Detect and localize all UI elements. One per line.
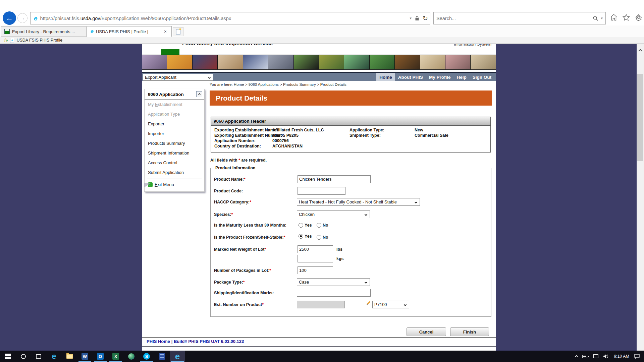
haccp-category-label: HACCP Category:* <box>214 200 251 204</box>
start-button[interactable] <box>0 351 15 362</box>
taskbar-file-explorer[interactable] <box>62 351 77 362</box>
vertical-scrollbar[interactable] <box>637 44 644 351</box>
exporting-establishment-name-row: Exporting Establishment Name: <box>214 128 278 132</box>
sidebar-item-importer[interactable]: Importer <box>145 129 204 138</box>
menu-item-sign-out[interactable]: Sign Out <box>470 73 494 82</box>
taskbar-globe-app[interactable] <box>123 351 139 362</box>
sidebar-item-products-summary[interactable]: Products Summary <box>145 138 204 148</box>
breadcrumb-home[interactable]: Home <box>234 82 244 86</box>
chevron-down-icon <box>415 200 417 203</box>
speaker-icon[interactable] <box>603 354 609 359</box>
taskbar-excel[interactable]: X <box>108 351 123 362</box>
application-type-row: Application Type: <box>350 128 384 132</box>
photo-baby-chicks <box>167 55 192 69</box>
forward-button[interactable]: → <box>17 13 28 23</box>
net-weight-lbs-input[interactable] <box>298 245 333 253</box>
excel-icon: X <box>112 353 119 360</box>
sidebar-item-shipment-information[interactable]: Shipment Information <box>145 148 204 158</box>
shipping-marks-input[interactable] <box>297 289 371 297</box>
species-label: Species:* <box>214 212 233 217</box>
net-weight-kgs-input[interactable] <box>298 255 333 262</box>
photo-farmer-in-field <box>319 55 344 69</box>
cortana-search-button[interactable] <box>15 351 31 362</box>
address-bar[interactable]: e https://phisuat.fsis.usda.gov/ExportAp… <box>30 12 430 24</box>
cancel-button[interactable]: Cancel <box>407 327 446 336</box>
battery-icon[interactable] <box>582 355 588 358</box>
scrollbar-up-button[interactable] <box>637 48 643 54</box>
favorites-star-icon[interactable] <box>622 13 630 21</box>
hidden-icons-chevron[interactable] <box>575 355 578 359</box>
haccp-category-select[interactable]: Heat Treated - Not Fully Cooked - Not Sh… <box>297 198 420 206</box>
photo-poultry-processing <box>445 55 470 69</box>
menu-item-about-phis[interactable]: About PHIS <box>395 73 426 82</box>
menu-item-my-profile[interactable]: My Profile <box>426 73 454 82</box>
taskbar-outlook[interactable]: O <box>93 351 108 362</box>
search-dropdown-icon[interactable]: ▾ <box>601 16 603 20</box>
finish-button[interactable]: Finish <box>450 327 489 336</box>
application-number-row: Application Number: <box>214 138 256 143</box>
new-tab-button[interactable] <box>173 27 183 36</box>
refresh-icon[interactable]: ↻ <box>423 14 428 22</box>
favorites-bar: ☆ e USDA FSIS PHIS Profile <box>0 37 644 44</box>
forward-arrow-icon: → <box>20 15 25 21</box>
est-number-select[interactable]: P7100 <box>372 301 409 308</box>
breadcrumb-9060-applications[interactable]: 9060 Applications <box>249 82 279 86</box>
taskbar-journal-app[interactable] <box>154 351 170 362</box>
country-of-destination-value: AFGHANISTAN <box>272 144 303 148</box>
frozen-no-radio[interactable] <box>317 235 321 240</box>
sidebar-item-exporter[interactable]: Exporter <box>145 119 204 129</box>
breadcrumb-product-details: Product Details <box>320 82 346 86</box>
favorite-item-usda-fsis-phis[interactable]: USDA FSIS PHIS Profile <box>16 38 62 43</box>
breadcrumb-separator: > <box>245 82 248 86</box>
sidebar-separator <box>147 179 202 179</box>
maturity-no-radio[interactable] <box>317 223 321 228</box>
action-center-icon[interactable] <box>634 354 640 359</box>
product-code-input[interactable] <box>298 187 345 195</box>
scrollbar-thumb[interactable] <box>637 74 643 161</box>
role-select[interactable]: Export Applicant <box>143 74 213 81</box>
menu-item-help[interactable]: Help <box>453 73 469 82</box>
photo-black-cattle <box>294 55 319 69</box>
sidebar-menu: 9060 Application My Establishment Applic… <box>144 89 205 192</box>
taskbar-word[interactable]: W <box>77 351 93 362</box>
breadcrumb-products-summary[interactable]: Products Summary <box>283 82 316 86</box>
species-select[interactable]: Chicken <box>297 210 370 218</box>
home-icon[interactable] <box>610 13 618 21</box>
packages-in-lot-input[interactable] <box>298 266 333 274</box>
tab-close-icon[interactable]: × <box>163 29 168 34</box>
menu-item-home[interactable]: Home <box>376 73 395 82</box>
frozen-yes-radio[interactable] <box>299 234 303 239</box>
taskbar-internet-explorer[interactable]: e <box>170 351 185 362</box>
url-text[interactable]: https://phisuat.fsis.usda.gov/ExportAppl… <box>40 16 410 21</box>
tab-title: USDA FSIS PHIS | Profile | <box>96 29 163 34</box>
sidebar-item-submit-application[interactable]: Submit Application <box>145 168 204 177</box>
chevron-up-icon <box>638 49 642 53</box>
masthead-band: Food Safety and Inspection Service Infor… <box>142 44 496 48</box>
sidebar-item-exit-menu[interactable]: ← Exit Menu <box>145 180 204 189</box>
sidebar-collapse-button[interactable] <box>196 91 202 97</box>
package-type-select[interactable]: Case <box>297 278 370 286</box>
display-icon[interactable] <box>593 354 598 358</box>
tab-usda-fsis-phis[interactable]: e USDA FSIS PHIS | Profile | × <box>87 26 172 37</box>
phis-home-link[interactable]: PHIS Home <box>147 339 170 344</box>
task-view-button[interactable] <box>31 351 46 362</box>
edit-pencil-icon[interactable] <box>366 300 371 306</box>
maturity-yes-radio[interactable] <box>299 223 303 228</box>
search-box[interactable]: ▾ <box>433 12 606 24</box>
tab-export-library[interactable]: Export Library - Requirements ... <box>1 26 87 37</box>
search-icon[interactable] <box>593 15 598 21</box>
favorites-bar-star-icon[interactable]: ☆ <box>3 37 8 43</box>
settings-gear-icon[interactable] <box>635 13 643 21</box>
net-weight-label: Marked Net Weight of Lot* <box>214 247 266 252</box>
back-button[interactable]: ← <box>3 11 16 25</box>
edge-icon: e <box>52 352 56 360</box>
taskbar-skype[interactable]: S <box>139 351 154 362</box>
sidebar-item-access-control[interactable]: Access Control <box>145 158 204 168</box>
masthead-photo-strip <box>142 55 496 70</box>
search-input[interactable] <box>436 16 593 21</box>
taskbar-clock[interactable]: 9:10 AM <box>614 354 629 359</box>
url-dropdown-icon[interactable]: ▾ <box>410 16 412 20</box>
photo-processing-plant <box>268 55 293 69</box>
product-name-input[interactable] <box>298 175 371 183</box>
taskbar-edge[interactable]: e <box>46 351 62 362</box>
